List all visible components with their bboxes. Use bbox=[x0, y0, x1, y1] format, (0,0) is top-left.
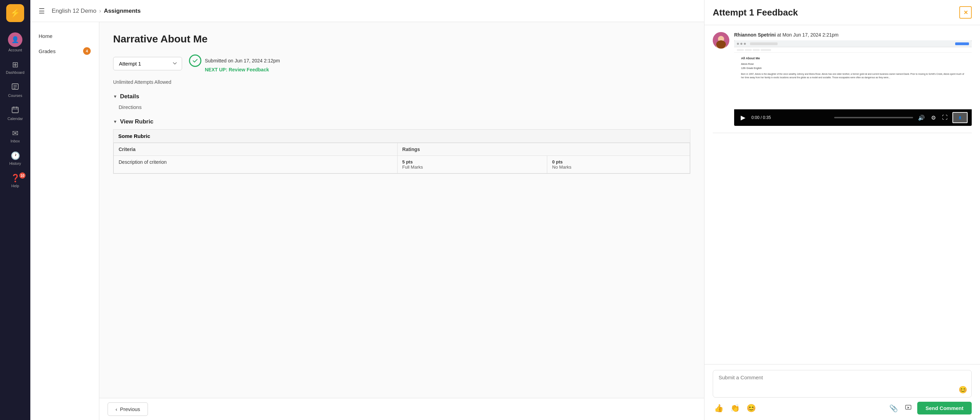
video-container: All About Me Alexis Rose 12th Grade Engl… bbox=[734, 40, 972, 126]
clap-button[interactable]: 👏 bbox=[729, 402, 741, 414]
sidebar-item-label: Account bbox=[8, 48, 22, 52]
sidebar-item-account[interactable]: 👤 Account bbox=[2, 29, 29, 56]
thumbsup-button[interactable]: 👍 bbox=[713, 402, 725, 414]
thumbnail-icon: 👤 bbox=[958, 116, 962, 119]
toolbar-dot bbox=[737, 43, 739, 45]
send-comment-button[interactable]: Send Comment bbox=[917, 402, 972, 414]
comment-meta: Rhiannon Spetrini at Mon Jun 17, 2024 2:… bbox=[734, 32, 972, 38]
svg-point-11 bbox=[716, 40, 726, 49]
sidebar-item-courses[interactable]: Courses bbox=[2, 79, 29, 101]
status-circle: Submitted on Jun 17, 2024 2:12pm bbox=[189, 54, 280, 67]
attempt-select[interactable]: Attempt 1 Attempt 2 Attempt 3 bbox=[113, 57, 182, 70]
comment-author: Rhiannon Spetrini bbox=[734, 32, 776, 38]
play-button[interactable]: ▶ bbox=[738, 113, 748, 123]
bottom-bar: ‹ Previous bbox=[99, 398, 704, 420]
status-area: Submitted on Jun 17, 2024 2:12pm NEXT UP… bbox=[189, 54, 280, 72]
assignment-title: Narrative About Me bbox=[113, 33, 690, 45]
doc-class: 12th Grade English bbox=[741, 67, 965, 70]
previous-button[interactable]: ‹ Previous bbox=[108, 402, 148, 416]
settings-button[interactable]: ⚙ bbox=[930, 115, 937, 121]
t2-item bbox=[737, 49, 744, 51]
prev-label: Previous bbox=[120, 406, 140, 412]
video-preview: All About Me Alexis Rose 12th Grade Engl… bbox=[734, 40, 972, 109]
content-body: Home Grades 4 Narrative About Me Attempt… bbox=[30, 22, 704, 420]
comment-content: Rhiannon Spetrini at Mon Jun 17, 2024 2:… bbox=[734, 32, 972, 126]
comment-actions: 👍 👏 😊 📎 Send Comment bbox=[713, 402, 972, 414]
sidebar-item-label: Courses bbox=[8, 94, 22, 98]
comment-textarea[interactable] bbox=[719, 374, 966, 392]
doc-content: All About Me Alexis Rose 12th Grade Engl… bbox=[734, 53, 972, 83]
rubric-col-ratings: Ratings bbox=[397, 143, 690, 156]
sidebar-item-inbox[interactable]: ✉ Inbox bbox=[2, 126, 29, 146]
toolbar-spacer bbox=[750, 42, 778, 45]
details-label: Details bbox=[120, 93, 139, 100]
avatar: 👤 bbox=[8, 32, 22, 47]
svg-rect-4 bbox=[12, 107, 18, 113]
main-content: Narrative About Me Attempt 1 Attempt 2 A… bbox=[99, 22, 704, 398]
rubric-arrow: ▼ bbox=[113, 119, 117, 124]
volume-button[interactable]: 🔊 bbox=[916, 115, 926, 121]
rating-pts-no: 0 pts bbox=[552, 159, 685, 164]
smile-button[interactable]: 😊 bbox=[745, 402, 757, 414]
menu-icon[interactable]: ☰ bbox=[39, 7, 45, 15]
main-area: ☰ English 12 Demo › Assignments Home Gra… bbox=[30, 0, 704, 420]
media-button[interactable] bbox=[904, 402, 913, 414]
logo-icon: ⚡ bbox=[10, 8, 20, 18]
video-time: 0:00 / 0:35 bbox=[751, 115, 831, 120]
t2-item bbox=[761, 49, 771, 51]
details-section-header[interactable]: ▼ Details bbox=[113, 93, 690, 100]
rubric-title: Some Rubric bbox=[113, 130, 690, 143]
unlimited-text: Unlimited Attempts Allowed bbox=[113, 79, 690, 85]
comment-timestamp: at Mon Jun 17, 2024 2:21pm bbox=[777, 32, 838, 38]
emoji-picker-icon[interactable]: 😊 bbox=[959, 385, 967, 394]
comment-toolbar: 📎 Send Comment bbox=[888, 402, 972, 414]
courses-icon bbox=[11, 83, 19, 92]
grades-badge: 4 bbox=[83, 47, 91, 55]
feedback-title: Attempt 1 Feedback bbox=[713, 7, 798, 18]
nav-item-grades[interactable]: Grades 4 bbox=[30, 43, 99, 59]
criteria-cell: Description of criterion bbox=[114, 156, 398, 173]
rating-label-full: Full Marks bbox=[402, 164, 542, 170]
feedback-header: Attempt 1 Feedback ✕ bbox=[705, 0, 980, 25]
app-logo: ⚡ bbox=[6, 4, 24, 22]
rubric-section-header[interactable]: ▼ View Rubric bbox=[113, 118, 690, 125]
video-thumbnail-corner: 👤 bbox=[952, 112, 967, 123]
rating-cell-no: 0 pts No Marks bbox=[547, 156, 690, 173]
history-icon: 🕐 bbox=[11, 151, 20, 160]
details-arrow: ▼ bbox=[113, 94, 117, 99]
sidebar-item-label: Help bbox=[11, 184, 19, 188]
breadcrumb-link[interactable]: English 12 Demo bbox=[52, 8, 96, 14]
divider bbox=[713, 133, 972, 133]
nav-grades-label: Grades bbox=[39, 48, 56, 54]
full-main: Narrative About Me Attempt 1 Attempt 2 A… bbox=[99, 22, 704, 420]
rating-label-no: No Marks bbox=[552, 164, 685, 170]
page-header: ☰ English 12 Demo › Assignments bbox=[30, 0, 704, 22]
rubric-col-criteria: Criteria bbox=[114, 143, 398, 156]
t2-item bbox=[753, 49, 760, 51]
sidebar-item-label: Dashboard bbox=[6, 70, 24, 75]
sidebar-item-history[interactable]: 🕐 History bbox=[2, 148, 29, 169]
help-icon: ❓ bbox=[11, 174, 20, 183]
video-controls: ▶ 0:00 / 0:35 🔊 ⚙ ⛶ 👤 bbox=[734, 109, 972, 126]
feedback-comment: Rhiannon Spetrini at Mon Jun 17, 2024 2:… bbox=[713, 32, 972, 126]
attachment-button[interactable]: 📎 bbox=[888, 403, 899, 414]
progress-bar[interactable] bbox=[834, 117, 913, 118]
close-button[interactable]: ✕ bbox=[959, 6, 972, 19]
submitted-text: Submitted on Jun 17, 2024 2:12pm bbox=[205, 58, 280, 64]
doc-toolbar bbox=[734, 40, 972, 47]
toolbar-share bbox=[955, 42, 969, 45]
video-doc-bg: All About Me Alexis Rose 12th Grade Engl… bbox=[734, 40, 972, 109]
nav-item-home[interactable]: Home bbox=[30, 29, 99, 43]
dashboard-icon: ⊞ bbox=[12, 60, 18, 69]
rating-pts-full: 5 pts bbox=[402, 159, 542, 164]
doc-body: Born in 1997, Alexis is the daughter of … bbox=[741, 72, 965, 80]
sidebar-item-dashboard[interactable]: ⊞ Dashboard bbox=[2, 57, 29, 78]
sidebar: ⚡ 👤 Account ⊞ Dashboard Courses bbox=[0, 0, 30, 420]
comment-textarea-wrapper: 😊 bbox=[713, 370, 972, 398]
sidebar-item-calendar[interactable]: Calendar bbox=[2, 102, 29, 124]
sidebar-item-label: Calendar bbox=[8, 116, 23, 121]
sidebar-item-help[interactable]: 10 ❓ Help bbox=[2, 170, 29, 191]
directions-text: Directions bbox=[119, 104, 690, 110]
fullscreen-button[interactable]: ⛶ bbox=[941, 115, 949, 121]
toolbar-dot bbox=[744, 43, 746, 45]
